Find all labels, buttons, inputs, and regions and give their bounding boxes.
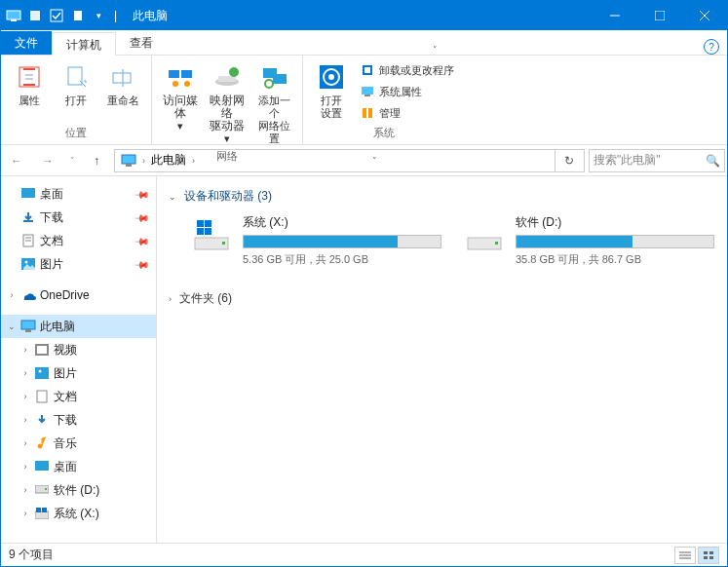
nav-downloads2[interactable]: ›下载 [1, 408, 156, 432]
section-folders[interactable]: › 文件夹 (6) [169, 286, 715, 311]
breadcrumb[interactable]: › 此电脑 › ˅ ↻ [114, 149, 585, 172]
svg-rect-34 [21, 188, 35, 198]
breadcrumb-thispc[interactable]: 此电脑 [147, 152, 190, 169]
drive-free-text: 35.8 GB 可用 , 共 86.7 GB [516, 252, 714, 267]
svg-point-46 [39, 370, 42, 373]
map-network-button[interactable]: 映射网络 驱动器 ▾ [205, 59, 249, 147]
qat-new-icon[interactable] [69, 7, 87, 24]
svg-rect-57 [205, 220, 211, 227]
onedrive-icon [20, 287, 36, 303]
chevron-down-icon: ⌄ [169, 192, 176, 202]
svg-rect-67 [704, 556, 708, 559]
open-button[interactable]: 打开 [54, 59, 98, 109]
nav-desktop[interactable]: 桌面📌 [1, 182, 156, 206]
svg-rect-35 [23, 220, 33, 222]
qat-checked-icon[interactable] [48, 7, 65, 24]
svg-rect-6 [655, 11, 665, 20]
svg-rect-47 [37, 391, 47, 402]
tab-file[interactable]: 文件 [1, 31, 52, 55]
rename-button[interactable]: 重命名 [100, 59, 145, 109]
recent-dropdown[interactable]: ˅ [65, 149, 79, 172]
nav-thispc[interactable]: ⌄此电脑 [1, 315, 156, 338]
close-button[interactable] [682, 1, 727, 30]
svg-rect-59 [205, 228, 211, 235]
nav-desktop2[interactable]: ›桌面 [1, 455, 156, 478]
drive-item[interactable]: 软件 (D:) 35.8 GB 可用 , 共 86.7 GB [461, 214, 714, 267]
qat-dropdown-icon[interactable]: ▾ [91, 11, 106, 20]
svg-rect-29 [364, 94, 370, 96]
tab-view[interactable]: 查看 [116, 31, 167, 55]
svg-rect-48 [35, 461, 49, 471]
system-props-button[interactable]: 系统属性 [356, 81, 458, 102]
nav-downloads[interactable]: 下载📌 [1, 206, 156, 229]
search-input[interactable]: 搜索"此电脑" 🔍 [589, 149, 725, 172]
pin-icon: 📌 [134, 256, 150, 272]
manage-button[interactable]: 管理 [356, 102, 458, 124]
breadcrumb-dropdown-icon[interactable]: ˅ [367, 156, 383, 166]
nav-onedrive[interactable]: ›OneDrive [1, 284, 156, 307]
svg-rect-33 [126, 164, 132, 167]
open-icon [60, 61, 92, 93]
status-bar: 9 个项目 [1, 543, 727, 566]
svg-rect-56 [197, 220, 204, 227]
pin-icon: 📌 [134, 209, 150, 225]
pc-icon [117, 154, 140, 168]
drive-icon [461, 214, 508, 255]
drive-name: 软件 (D:) [516, 214, 714, 231]
details-view-button[interactable] [674, 547, 696, 564]
open-settings-button[interactable]: 打开 设置 [309, 59, 354, 122]
forward-button[interactable]: → [34, 149, 61, 172]
nav-pictures[interactable]: 图片📌 [1, 252, 156, 276]
help-icon[interactable]: ? [704, 39, 719, 55]
pictures-icon [34, 365, 50, 381]
svg-point-19 [229, 67, 239, 77]
minimize-button[interactable] [593, 1, 637, 30]
downloads-icon [20, 209, 36, 225]
ribbon-group-network: 访问媒体▾ 映射网络 驱动器 ▾ 添加一个 网络位置 网络 [152, 56, 303, 144]
nav-videos[interactable]: ›视频 [1, 338, 156, 361]
add-network-button[interactable]: 添加一个 网络位置 [251, 59, 296, 147]
nav-music[interactable]: ›音乐 [1, 432, 156, 455]
svg-rect-45 [35, 367, 49, 379]
refresh-button[interactable]: ↻ [555, 150, 582, 171]
search-icon: 🔍 [706, 154, 720, 168]
maximize-button[interactable] [637, 1, 682, 30]
svg-rect-27 [364, 67, 370, 73]
svg-rect-21 [273, 74, 287, 84]
drive-item[interactable]: 系统 (X:) 5.36 GB 可用 , 共 25.0 GB [188, 214, 441, 267]
nav-drive-d[interactable]: ›软件 (D:) [1, 478, 156, 502]
svg-rect-10 [68, 67, 82, 85]
nav-pictures2[interactable]: ›图片 [1, 361, 156, 385]
pc-icon [20, 319, 36, 334]
drive-name: 系统 (X:) [243, 214, 441, 231]
videos-icon [34, 342, 50, 358]
uninstall-icon [360, 62, 375, 78]
svg-rect-28 [362, 87, 373, 94]
svg-rect-31 [368, 108, 372, 118]
properties-button[interactable]: 属性 [7, 59, 52, 109]
pictures-icon [20, 256, 36, 272]
drive-free-text: 5.36 GB 可用 , 共 25.0 GB [243, 252, 441, 267]
documents-icon [34, 389, 50, 404]
tab-computer[interactable]: 计算机 [52, 32, 116, 56]
back-button[interactable]: ← [3, 149, 30, 172]
nav-drive-x[interactable]: ›系统 (X:) [1, 502, 156, 525]
map-network-icon [211, 61, 243, 93]
ribbon-collapse-icon[interactable]: ˅ [428, 45, 443, 55]
svg-rect-66 [709, 551, 713, 554]
up-button[interactable]: ↑ [83, 149, 110, 172]
nav-documents2[interactable]: ›文档 [1, 385, 156, 408]
section-devices[interactable]: ⌄ 设备和驱动器 (3) [169, 184, 715, 208]
large-icons-view-button[interactable] [698, 547, 719, 564]
access-media-button[interactable]: 访问媒体▾ [158, 59, 203, 134]
chevron-right-icon: › [169, 294, 172, 304]
ribbon-group-system: 打开 设置 卸载或更改程序 系统属性 管理 系统 [303, 56, 464, 144]
documents-icon [20, 233, 36, 248]
nav-documents[interactable]: 文档📌 [1, 229, 156, 252]
uninstall-button[interactable]: 卸载或更改程序 [356, 59, 458, 81]
qat-properties-icon[interactable] [26, 7, 44, 24]
svg-rect-1 [11, 19, 17, 21]
svg-rect-61 [495, 242, 498, 245]
downloads-icon [34, 412, 50, 428]
svg-rect-4 [74, 11, 82, 20]
